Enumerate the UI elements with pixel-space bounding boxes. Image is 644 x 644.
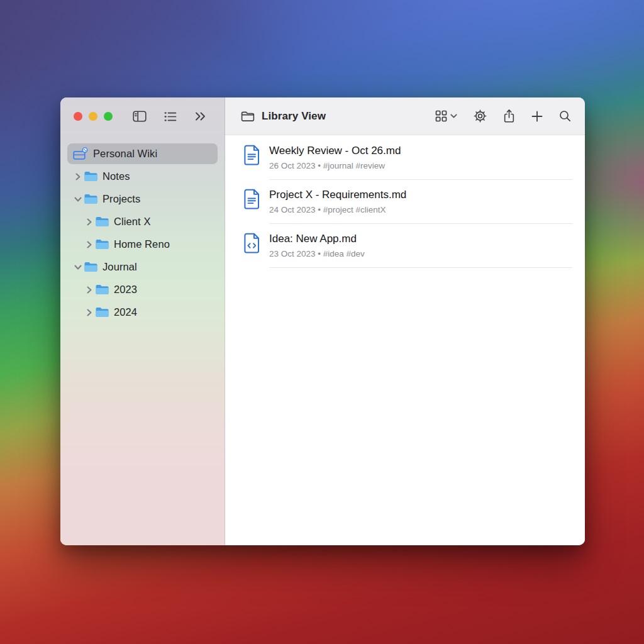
chevron-down-icon[interactable]	[74, 265, 82, 270]
folder-icon	[84, 194, 97, 204]
sidebar-item-label: Projects	[103, 193, 140, 205]
folder-icon	[95, 307, 109, 318]
file-row-body: Project X - Requirements.md 24 Oct 2023 …	[269, 186, 572, 224]
folder-icon	[84, 171, 97, 182]
folder-icon	[84, 262, 97, 272]
sidebar: Personal Wiki Notes	[60, 97, 225, 545]
sidebar-item-label: 2024	[114, 306, 137, 318]
sidebar-tools	[133, 111, 206, 122]
sidebar-item-label: 2023	[114, 284, 137, 296]
sidebar-item-projects[interactable]: Projects	[67, 189, 218, 209]
folder-icon	[95, 284, 109, 295]
file-title: Idea: New App.md	[269, 231, 572, 247]
sidebar-item-2023[interactable]: 2023	[67, 279, 218, 300]
folder-icon	[95, 239, 109, 250]
list-item[interactable]: Idea: New App.md 23 Oct 2023 • #idea #de…	[225, 230, 585, 268]
sidebar-toolbar	[60, 97, 225, 135]
folder-outline-icon	[241, 111, 255, 122]
toolbar: Library View	[225, 97, 585, 135]
chevron-right-icon[interactable]	[85, 286, 94, 294]
wiki-box-icon	[72, 147, 88, 161]
chevron-right-icon[interactable]	[85, 241, 94, 248]
minimize-button[interactable]	[89, 112, 97, 121]
list-item[interactable]: Weekly Review - Oct 26.md 26 Oct 2023 • …	[225, 142, 585, 180]
add-button[interactable]	[531, 111, 543, 122]
page-title: Library View	[262, 110, 326, 123]
sidebar-tree: Personal Wiki Notes	[60, 135, 225, 325]
file-meta: 23 Oct 2023 • #idea #dev	[269, 248, 572, 260]
sidebar-item-label: Notes	[103, 170, 130, 182]
grid-view-button[interactable]	[435, 110, 457, 122]
doc-text-icon	[243, 186, 260, 224]
file-title: Weekly Review - Oct 26.md	[269, 143, 572, 158]
chevron-right-icon[interactable]	[74, 173, 82, 180]
toolbar-actions	[435, 109, 571, 123]
chevron-right-icon[interactable]	[85, 218, 94, 226]
chevron-right-icon[interactable]	[85, 309, 94, 316]
traffic-lights	[74, 112, 113, 121]
folder-icon	[95, 216, 109, 227]
list-icon[interactable]	[164, 111, 177, 122]
sidebar-item-label: Journal	[103, 261, 137, 273]
search-icon[interactable]	[559, 110, 571, 122]
share-icon[interactable]	[503, 109, 515, 123]
sidebar-item-home-reno[interactable]: Home Reno	[67, 234, 218, 255]
app-window: Personal Wiki Notes	[60, 97, 585, 545]
file-meta: 26 Oct 2023 • #journal #review	[269, 160, 572, 172]
double-chevron-icon[interactable]	[194, 112, 206, 121]
file-title: Project X - Requirements.md	[269, 187, 572, 203]
doc-code-icon	[243, 230, 260, 268]
file-meta: 24 Oct 2023 • #project #clientX	[269, 204, 572, 216]
zoom-button[interactable]	[104, 112, 113, 121]
sidebar-item-notes[interactable]: Notes	[67, 166, 218, 187]
list-item[interactable]: Project X - Requirements.md 24 Oct 2023 …	[225, 186, 585, 224]
sidebar-item-label: Personal Wiki	[93, 148, 157, 160]
settings-gear-icon[interactable]	[474, 109, 487, 123]
view-title: Library View	[241, 110, 326, 123]
file-list: Weekly Review - Oct 26.md 26 Oct 2023 • …	[225, 135, 585, 268]
sidebar-item-journal[interactable]: Journal	[67, 257, 218, 277]
chevron-down-icon[interactable]	[74, 197, 82, 202]
sidebar-item-label: Home Reno	[114, 238, 170, 250]
doc-text-icon	[243, 142, 260, 180]
desktop-wallpaper: Personal Wiki Notes	[0, 0, 644, 644]
file-list-pane: Weekly Review - Oct 26.md 26 Oct 2023 • …	[225, 135, 585, 545]
close-button[interactable]	[74, 112, 82, 121]
sidebar-toggle-icon[interactable]	[133, 111, 147, 122]
chevron-down-icon	[450, 114, 457, 118]
sidebar-item-personal-wiki[interactable]: Personal Wiki	[67, 143, 218, 164]
file-row-body: Weekly Review - Oct 26.md 26 Oct 2023 • …	[269, 142, 572, 180]
file-row-body: Idea: New App.md 23 Oct 2023 • #idea #de…	[269, 230, 572, 268]
sidebar-item-client-x[interactable]: Client X	[67, 211, 218, 232]
sidebar-item-2024[interactable]: 2024	[67, 302, 218, 323]
sidebar-item-label: Client X	[114, 216, 151, 228]
